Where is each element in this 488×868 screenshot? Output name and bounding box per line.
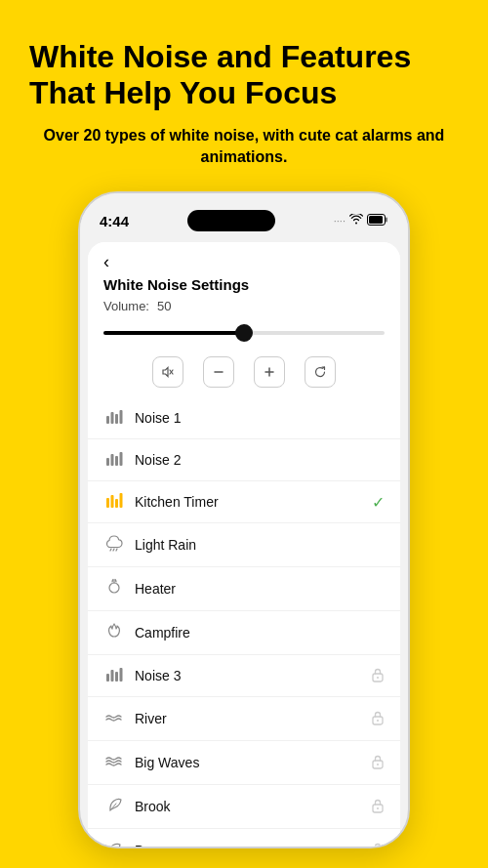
noise-icon-campfire [103, 622, 125, 643]
status-bar: 4:44 ···· [80, 193, 408, 236]
lock-icon-breeze [371, 842, 385, 848]
noise-name-brook: Brook [135, 799, 361, 814]
svg-rect-13 [111, 454, 114, 466]
noise-item-light-rain[interactable]: Light Rain [88, 523, 400, 567]
mute-button[interactable] [152, 356, 183, 388]
app-header: ‹ White Noise Settings Volume: 50 [88, 242, 400, 327]
svg-line-20 [110, 549, 111, 551]
svg-rect-11 [120, 410, 123, 424]
slider-thumb[interactable] [235, 324, 253, 342]
selected-check-icon: ✓ [372, 493, 385, 512]
noise-icon-big-waves [103, 752, 125, 773]
status-time: 4:44 [100, 213, 129, 229]
lock-icon-brook [371, 798, 385, 816]
noise-icon-noise1 [103, 408, 125, 428]
noise-icon-brook [103, 796, 125, 817]
noise-item-kitchen-timer[interactable]: Kitchen Timer✓ [88, 481, 400, 523]
svg-line-21 [113, 549, 114, 551]
noise-name-campfire: Campfire [135, 625, 385, 641]
svg-point-31 [377, 720, 379, 722]
noise-list: Noise 1Noise 2Kitchen Timer✓Light RainHe… [88, 397, 400, 848]
wifi-icon [349, 214, 363, 227]
status-icons: ···· [334, 214, 388, 228]
phone-mockup: 4:44 ···· [78, 191, 410, 848]
svg-rect-12 [106, 458, 109, 466]
svg-rect-17 [111, 495, 114, 508]
noise-icon-river [103, 708, 125, 729]
svg-line-37 [109, 847, 115, 848]
volume-row: Volume: 50 [103, 299, 385, 313]
volume-value: 50 [157, 299, 171, 313]
svg-rect-9 [111, 412, 114, 424]
reset-button[interactable] [305, 356, 336, 388]
noise-name-big-waves: Big Waves [135, 755, 361, 770]
svg-rect-27 [120, 668, 123, 682]
noise-item-noise3[interactable]: Noise 3 [88, 655, 400, 697]
noise-icon-heater [103, 578, 125, 599]
noise-name-noise2: Noise 2 [135, 452, 385, 468]
noise-item-campfire[interactable]: Campfire [88, 611, 400, 655]
hero-subtitle: Over 20 types of white noise, with cute … [29, 125, 459, 169]
decrease-button[interactable] [203, 356, 234, 388]
noise-icon-noise3 [103, 666, 125, 685]
slider-track[interactable] [103, 331, 385, 335]
noise-item-big-waves[interactable]: Big Waves [88, 741, 400, 785]
svg-rect-8 [106, 416, 109, 424]
dynamic-island [187, 210, 275, 231]
battery-icon [367, 214, 388, 228]
noise-icon-kitchen-timer [103, 492, 125, 512]
increase-button[interactable] [254, 356, 285, 388]
svg-rect-10 [115, 414, 118, 424]
signal-icon: ···· [334, 215, 346, 227]
noise-item-noise1[interactable]: Noise 1 [88, 397, 400, 439]
app-screen: ‹ White Noise Settings Volume: 50 [88, 242, 400, 848]
slider-fill [103, 331, 244, 335]
hero-title: White Noise and Features That Help You F… [29, 39, 459, 111]
volume-label: Volume: [103, 299, 149, 313]
controls-row [88, 351, 400, 397]
screen-title: White Noise Settings [103, 276, 385, 293]
svg-rect-25 [111, 670, 114, 682]
page-container: White Noise and Features That Help You F… [0, 0, 488, 868]
lock-icon-river [371, 710, 385, 728]
svg-line-22 [116, 549, 117, 551]
svg-rect-24 [106, 674, 109, 682]
noise-name-kitchen-timer: Kitchen Timer [135, 494, 362, 510]
svg-point-23 [109, 583, 119, 593]
noise-icon-light-rain [103, 534, 125, 556]
noise-item-breeze[interactable]: Breeze [88, 829, 400, 848]
svg-rect-1 [369, 216, 383, 224]
noise-icon-noise2 [103, 450, 125, 470]
lock-icon-big-waves [371, 754, 385, 772]
noise-name-river: River [135, 711, 361, 726]
svg-rect-18 [115, 499, 118, 508]
noise-item-brook[interactable]: Brook [88, 785, 400, 829]
svg-rect-26 [115, 672, 118, 682]
volume-slider-container [88, 331, 400, 351]
noise-name-noise1: Noise 1 [135, 410, 385, 426]
noise-name-breeze: Breeze [135, 843, 361, 848]
lock-icon-noise3 [371, 667, 385, 685]
noise-item-noise2[interactable]: Noise 2 [88, 439, 400, 481]
svg-rect-2 [386, 217, 387, 222]
noise-name-light-rain: Light Rain [135, 537, 385, 553]
noise-item-heater[interactable]: Heater [88, 567, 400, 611]
noise-name-heater: Heater [135, 581, 385, 597]
noise-item-river[interactable]: River [88, 697, 400, 741]
svg-rect-14 [115, 456, 118, 466]
svg-rect-19 [120, 493, 123, 508]
noise-icon-breeze [103, 840, 125, 848]
svg-point-29 [377, 677, 379, 679]
back-button[interactable]: ‹ [103, 252, 385, 272]
svg-rect-15 [120, 452, 123, 466]
svg-point-36 [377, 807, 379, 809]
svg-point-33 [377, 764, 379, 765]
noise-name-noise3: Noise 3 [135, 668, 361, 683]
svg-rect-16 [106, 498, 109, 508]
